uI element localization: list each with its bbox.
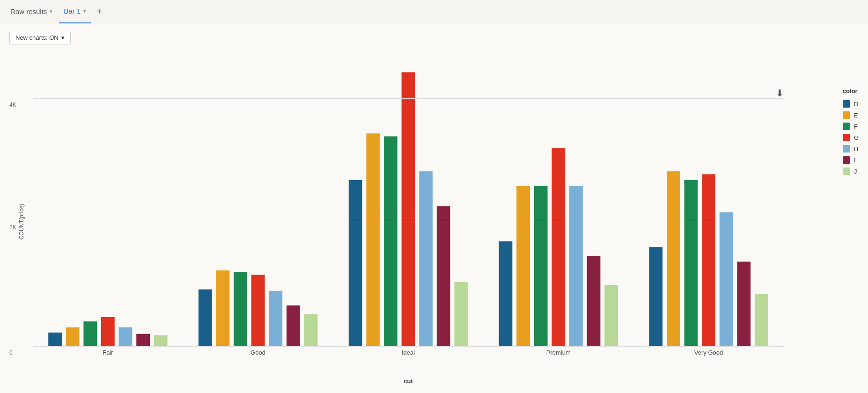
legend-item: E xyxy=(843,111,859,119)
legend-color-j xyxy=(843,167,850,175)
x-label: Good xyxy=(183,349,333,356)
legend-title: color xyxy=(843,87,859,95)
legend-color-e xyxy=(843,111,850,119)
y-tick: 4K xyxy=(9,102,16,108)
grid-lines: 02K4K xyxy=(33,55,784,346)
new-charts-label: New charts: ON xyxy=(15,34,59,41)
y-tick: 0 xyxy=(9,349,13,356)
legend-color-f xyxy=(843,123,850,130)
legend-item: I xyxy=(843,156,859,164)
legend-item: G xyxy=(843,134,859,141)
x-label: Premium xyxy=(483,349,633,356)
chart-container: New charts: ON ▾ COUNT(price) 02K4K Fair… xyxy=(0,23,868,393)
legend-color-h xyxy=(843,145,850,153)
tab-bar1-label: Bar 1 xyxy=(64,7,81,15)
tab-raw-results-chevron[interactable]: ▾ xyxy=(50,8,52,15)
chart-inner: 02K4K FairGoodIdealPremiumVery Good cut xyxy=(33,55,784,365)
legend-item: J xyxy=(843,167,859,175)
legend-label-i: I xyxy=(854,157,856,164)
legend-label-e: E xyxy=(854,112,858,119)
chart-area: COUNT(price) 02K4K FairGoodIdealPremiumV… xyxy=(0,50,868,393)
y-tick: 2K xyxy=(9,224,16,231)
legend-label-g: G xyxy=(854,134,859,141)
legend-item: D xyxy=(843,100,859,108)
grid-line xyxy=(33,221,784,221)
legend-label-h: H xyxy=(854,146,858,153)
y-axis-label: COUNT(price) xyxy=(18,204,25,240)
tab-add-button[interactable]: + xyxy=(93,6,106,17)
download-icon[interactable]: ⬇ xyxy=(776,87,784,99)
legend-label-j: J xyxy=(854,168,857,175)
toolbar: New charts: ON ▾ xyxy=(0,31,868,50)
legend-item: F xyxy=(843,123,859,130)
legend-color-g xyxy=(843,134,850,141)
tab-raw-results[interactable]: Raw results ▾ xyxy=(6,0,57,23)
x-label: Very Good xyxy=(633,349,784,356)
legend-label-f: F xyxy=(854,123,858,130)
x-axis-title: cut xyxy=(404,378,413,385)
new-charts-chevron: ▾ xyxy=(61,34,65,41)
tab-bar1[interactable]: Bar 1 ▾ xyxy=(59,0,91,23)
legend-label-d: D xyxy=(854,101,858,108)
new-charts-toggle[interactable]: New charts: ON ▾ xyxy=(9,31,71,44)
legend-color-i xyxy=(843,156,850,164)
legend: colorDEFGHIJ xyxy=(843,87,859,175)
tab-bar1-chevron[interactable]: ▾ xyxy=(83,8,86,14)
x-label: Fair xyxy=(33,349,183,356)
x-axis: FairGoodIdealPremiumVery Good xyxy=(33,346,784,365)
grid-line xyxy=(33,98,784,99)
legend-color-d xyxy=(843,100,850,108)
legend-item: H xyxy=(843,145,859,153)
x-label: Ideal xyxy=(333,349,484,356)
tab-bar: Raw results ▾ Bar 1 ▾ + xyxy=(0,0,868,23)
tab-raw-results-label: Raw results xyxy=(10,7,47,15)
